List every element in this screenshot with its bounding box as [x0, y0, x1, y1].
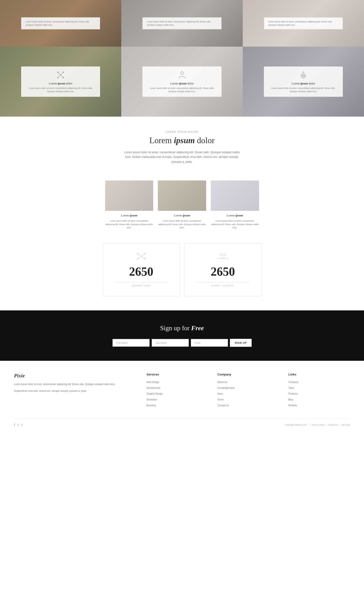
svg-point-17: [224, 253, 226, 256]
list-item: Knowledge base: [218, 385, 279, 390]
svg-point-6: [181, 72, 183, 75]
list-item: Story: [218, 391, 279, 395]
card-title-4: Lorem ipsum dolor: [26, 82, 95, 85]
feature-text-1: Lorem ipsum dolor sit amet, consectetuer…: [105, 219, 153, 229]
email-input[interactable]: [191, 339, 228, 347]
stat-box-awards: 2650 AWARDS WON: [103, 243, 180, 296]
service-link-4[interactable]: Illustration: [146, 398, 157, 401]
portfolio-cell-3[interactable]: Lorem ipsum dolor sit amet, consectetuer…: [243, 0, 364, 47]
footer-col-services: Services Web Design Development Graphic …: [146, 373, 208, 409]
company-link-1[interactable]: About Us: [218, 381, 227, 383]
stat-divider-awards: [114, 282, 168, 282]
twitter-icon[interactable]: t: [18, 423, 19, 427]
card-text-1: Lorem ipsum dolor sit amet, consectetuer…: [26, 20, 96, 27]
company-list: About Us Knowledge base Story Terms Cont…: [218, 380, 279, 407]
list-item: Contact Us: [218, 403, 279, 407]
awards-icon: [108, 253, 175, 261]
link-link-3[interactable]: Products: [288, 393, 298, 395]
footer-brand: Pixie Lorem ipsum dolor sit enet, consec…: [14, 373, 137, 409]
company-link-3[interactable]: Story: [218, 393, 223, 395]
person-icon: [147, 71, 216, 80]
portfolio-cell-5[interactable]: Lorem ipsum dolor Lorem ipsum dolor sit …: [121, 47, 243, 117]
portfolio-cell-4[interactable]: Lorem ipsum dolor Lorem ipsum dolor sit …: [0, 47, 121, 117]
footer-col-company: Company About Us Knowledge base Story Te…: [218, 373, 279, 409]
link-link-5[interactable]: Portfolio: [288, 404, 297, 407]
section-desc: Lorem ipsum dolor sit amet, consectetuer…: [124, 150, 240, 164]
links-heading: Links: [288, 373, 350, 376]
signup-button[interactable]: SIGN UP: [230, 339, 251, 347]
tumblr-icon[interactable]: t: [22, 423, 23, 427]
separator-2: |: [326, 424, 327, 426]
company-link-4[interactable]: Terms: [218, 398, 224, 401]
section-title: Lorem ipsum dolor: [5, 135, 359, 145]
service-link-3[interactable]: Graphic Design: [146, 393, 163, 395]
footer-copyright: Copyright Website 2017 | Privacy Policy …: [284, 424, 350, 426]
overlay-icon-card-6: Lorem ipsum dolor Lorem ipsum dolor sit …: [264, 67, 343, 97]
overlay-icon-card-5: Lorem ipsum dolor Lorem ipsum dolor sit …: [142, 67, 221, 97]
facebook-icon[interactable]: f: [14, 423, 15, 427]
svg-marker-8: [301, 74, 305, 78]
list-item: Team: [288, 385, 350, 390]
signup-title: Sign up for Free: [5, 324, 359, 332]
feature-text-3: Lorem ipsum dolor sit amet, consectetuer…: [211, 219, 259, 229]
card-text-5: Lorem ipsum dolor sit amet, consectetuer…: [147, 87, 216, 93]
footer: Pixie Lorem ipsum dolor sit enet, consec…: [0, 361, 364, 434]
stats-grid: 2650 AWARDS WON 2650 HAPPY CLIENTS: [98, 243, 266, 296]
portfolio-grid-row1: Lorem ipsum dolor sit amet, consectetuer…: [0, 0, 364, 47]
card-text-3: Lorem ipsum dolor sit amet, consectetuer…: [268, 20, 338, 27]
list-item: Graphic Design: [146, 391, 208, 395]
privacy-policy-link[interactable]: Privacy Policy: [312, 424, 325, 426]
separator-3: |: [340, 424, 341, 426]
card-text-2: Lorem ipsum dolor sit amet, consectetuer…: [147, 20, 217, 27]
footer-grid: Pixie Lorem ipsum dolor sit enet, consec…: [14, 373, 350, 409]
portfolio-cell-2[interactable]: Lorem ipsum dolor sit amet, consectetuer…: [121, 0, 243, 47]
feature-image-2: [158, 181, 206, 211]
link-link-4[interactable]: Blog: [288, 398, 293, 401]
stat-divider-clients: [196, 282, 250, 282]
list-item: Web Design: [146, 380, 208, 384]
brand-text-2: Suspendisse urna nibh, viverra non, semp…: [14, 389, 137, 393]
service-link-1[interactable]: Web Design: [146, 381, 159, 383]
stat-box-clients: 2650 HAPPY CLIENTS: [184, 243, 261, 296]
company-heading: Company: [218, 373, 279, 376]
list-item: Company: [288, 380, 350, 384]
footer-col-links: Links Company Team Products Blog Portfol…: [288, 373, 350, 409]
signup-form: SIGN UP: [5, 339, 359, 347]
overlay-card-1: Lorem ipsum dolor sit amet, consectetuer…: [21, 17, 100, 29]
company-link-2[interactable]: Knowledge base: [218, 387, 235, 389]
company-link-5[interactable]: Contact Us: [218, 404, 229, 407]
footer-bottom: f t t Copyright Website 2017 | Privacy P…: [14, 418, 350, 427]
list-item: Terms: [218, 397, 279, 401]
sitemap-link[interactable]: Site Map: [342, 424, 350, 426]
overlay-icon-card-4: Lorem ipsum dolor Lorem ipsum dolor sit …: [21, 67, 100, 97]
firstname-input[interactable]: [112, 339, 150, 347]
service-link-2[interactable]: Development: [146, 387, 160, 389]
center-section: LOREM IPSUM DOLOR Lorem ipsum dolor Lore…: [0, 117, 364, 173]
section-label: LOREM IPSUM DOLOR: [5, 131, 359, 133]
link-link-2[interactable]: Team: [288, 387, 294, 389]
service-link-5[interactable]: Branding: [146, 404, 156, 407]
portfolio-cell-1[interactable]: Lorem ipsum dolor sit amet, consectetuer…: [0, 0, 121, 47]
feature-grid: Lorem ipsum Lorem ipsum dolor sit amet, …: [101, 181, 264, 229]
social-icons: f t t: [14, 423, 22, 427]
brand-name: Pixie: [14, 373, 137, 379]
list-item: Branding: [146, 403, 208, 407]
disclaimer-link[interactable]: Disclaimer: [328, 424, 338, 426]
lastname-input[interactable]: [151, 339, 189, 347]
services-heading: Services: [146, 373, 208, 376]
svg-point-16: [220, 253, 222, 256]
list-item: About Us: [218, 380, 279, 384]
feature-title-3: Lorem ipsum: [211, 214, 259, 217]
brand-text-1: Lorem ipsum dolor sit enet, consectetuer…: [14, 382, 137, 386]
feature-item-1: Lorem ipsum Lorem ipsum dolor sit amet, …: [105, 181, 153, 229]
list-item: Illustration: [146, 397, 208, 401]
portfolio-cell-6[interactable]: Lorem ipsum dolor Lorem ipsum dolor sit …: [243, 47, 364, 117]
list-item: Development: [146, 385, 208, 390]
list-item: Blog: [288, 397, 350, 401]
list-item: Portfolio: [288, 403, 350, 407]
services-list: Web Design Development Graphic Design Il…: [146, 380, 208, 407]
arrows-icon: [26, 71, 95, 80]
feature-text-2: Lorem ipsum dolor sit amet, consectetuer…: [158, 219, 206, 229]
card-title-5: Lorem ipsum dolor: [147, 82, 216, 85]
link-link-1[interactable]: Company: [288, 381, 299, 383]
